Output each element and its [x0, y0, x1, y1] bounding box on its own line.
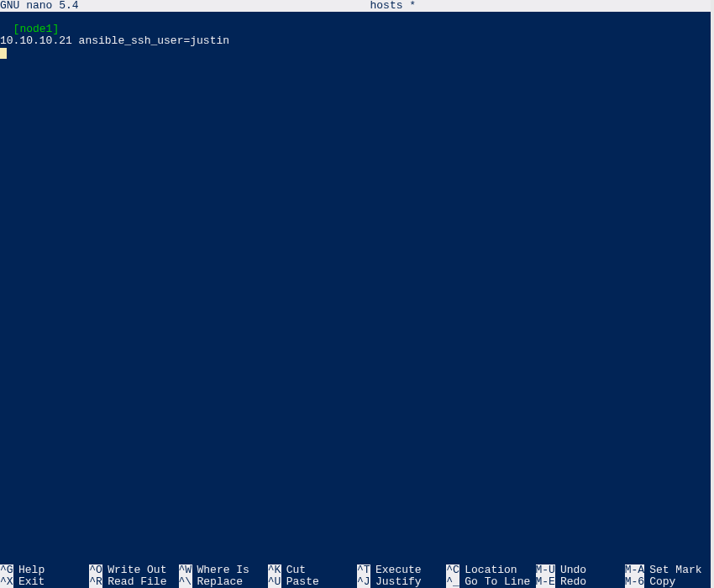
group-header: [node1] — [13, 23, 60, 35]
file-title: hosts * — [79, 0, 707, 12]
shortcut-whereis[interactable]: ^WWhere Is — [179, 564, 268, 576]
shortcut-location[interactable]: ^CLocation — [446, 564, 535, 576]
scrollbar[interactable] — [711, 0, 714, 588]
shortcut-undo[interactable]: M-UUndo — [536, 564, 625, 576]
shortcut-readfile[interactable]: ^RRead File — [89, 576, 178, 588]
shortcut-row-2: ^XExit ^RRead File ^\Replace ^UPaste ^JJ… — [0, 576, 714, 588]
shortcut-execute[interactable]: ^TExecute — [357, 564, 446, 576]
app-title: GNU nano 5.4 — [0, 0, 79, 12]
shortcut-bar: ^GHelp ^OWrite Out ^WWhere Is ^KCut ^TEx… — [0, 564, 714, 588]
shortcut-gotoline[interactable]: ^_Go To Line — [446, 576, 535, 588]
shortcut-cut[interactable]: ^KCut — [268, 564, 357, 576]
shortcut-paste[interactable]: ^UPaste — [268, 576, 357, 588]
shortcut-exit[interactable]: ^XExit — [0, 576, 89, 588]
shortcut-copy[interactable]: M-6Copy — [625, 576, 714, 588]
editor-content[interactable]: [node1] 10.10.10.21 ansible_ssh_user=jus… — [0, 12, 714, 564]
shortcut-setmark[interactable]: M-ASet Mark — [625, 564, 714, 576]
titlebar: GNU nano 5.4 hosts * — [0, 0, 714, 12]
shortcut-redo[interactable]: M-ERedo — [536, 576, 625, 588]
shortcut-replace[interactable]: ^\Replace — [179, 576, 268, 588]
cursor — [0, 48, 7, 59]
content-line: 10.10.10.21 ansible_ssh_user=justin — [0, 34, 229, 47]
shortcut-writeout[interactable]: ^OWrite Out — [89, 564, 178, 576]
shortcut-justify[interactable]: ^JJustify — [357, 576, 446, 588]
shortcut-help[interactable]: ^GHelp — [0, 564, 89, 576]
shortcut-row-1: ^GHelp ^OWrite Out ^WWhere Is ^KCut ^TEx… — [0, 564, 714, 576]
